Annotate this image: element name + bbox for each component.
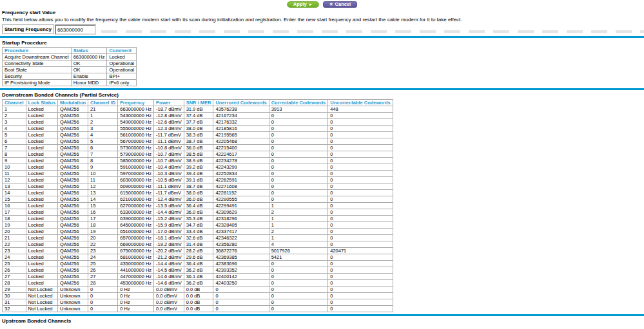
cell: 441000000 Hz <box>118 267 154 274</box>
table-row: 21LockedQAM25620657000000 Hz-18.1 dBmV32… <box>3 235 393 241</box>
cell: 32.6 dB <box>184 235 213 241</box>
cell: 38.9 dB <box>184 158 213 164</box>
cell: -14.5 dBmV <box>154 267 184 274</box>
cell: 42337417 <box>213 229 269 235</box>
column-header: Uncorrectable Codewords <box>328 100 393 106</box>
cell: 20 <box>88 235 118 241</box>
table-row: 26LockedQAM25626441000000 Hz-14.5 dBmV36… <box>3 267 393 274</box>
cell: QAM256 <box>58 196 88 203</box>
cell: 36.4 dB <box>184 261 213 267</box>
cell: 0 <box>269 293 328 299</box>
cell: 0 <box>328 254 393 261</box>
table-row: 17LockedQAM25616633000000 Hz-14.4 dBmV36… <box>3 209 393 216</box>
table-row: 5LockedQAM2564561000000 Hz-11.7 dBmV38.3… <box>3 132 393 138</box>
cell: 543000000 Hz <box>118 113 154 119</box>
table-row: 31Not LockedUnknown00 Hz0.0 dBmV0.0 dB00… <box>3 299 393 306</box>
cell: 29.6 dB <box>184 254 213 261</box>
cell: QAM256 <box>58 138 88 145</box>
cell: -20.2 dBmV <box>154 248 184 254</box>
column-header: Status <box>71 48 107 54</box>
section-divider <box>0 36 644 38</box>
cell: 0.0 dBmV <box>154 306 184 312</box>
cell: 42243299 <box>213 164 269 171</box>
cell: 38.0 dB <box>184 126 213 132</box>
cell: 420471 <box>328 248 393 254</box>
column-header: Correctable Codewords <box>269 100 328 106</box>
cell: 6 <box>3 138 26 145</box>
column-header: Procedure <box>3 48 72 54</box>
cell: 24 <box>3 254 26 261</box>
cell: QAM256 <box>58 106 88 113</box>
cell: 13 <box>3 183 26 190</box>
cell: 42290555 <box>213 196 269 203</box>
cell: 2 <box>88 119 118 126</box>
cell: 18 <box>88 222 118 229</box>
cell: Unknown <box>58 299 88 306</box>
cell: 5017926 <box>269 248 328 254</box>
cell: Locked <box>26 235 58 241</box>
cell: QAM256 <box>58 280 88 287</box>
table-row: 27LockedQAM25627447000000 Hz-14.6 dBmV36… <box>3 274 393 280</box>
cell: Locked <box>26 280 58 287</box>
cell: 28 <box>88 280 118 287</box>
cell: 42393352 <box>213 267 269 274</box>
action-toolbar: Apply ► ✕ Cancel <box>0 0 644 8</box>
cell: 24 <box>88 254 118 261</box>
cell: QAM256 <box>58 177 88 183</box>
cell: 0 <box>269 138 328 145</box>
cell: QAM256 <box>58 145 88 151</box>
cell: 0 Hz <box>118 306 154 312</box>
cell: 0 <box>269 126 328 132</box>
cell: 0.0 dB <box>184 299 213 306</box>
cell: 42252834 <box>213 171 269 177</box>
cell: 2 <box>3 113 26 119</box>
cell: 0 <box>269 177 328 183</box>
cell: 34.7 dB <box>184 222 213 229</box>
cell: -14.4 dBmV <box>154 209 184 216</box>
apply-button[interactable]: Apply ► <box>287 1 319 8</box>
cell: 42328405 <box>213 222 269 229</box>
cell: 0.0 dBmV <box>154 287 184 293</box>
cell: 448 <box>328 106 393 113</box>
table-row: 25LockedQAM25625435000000 Hz-14.4 dBmV36… <box>3 261 393 267</box>
cell: QAM256 <box>58 171 88 177</box>
cell: Locked <box>26 171 58 177</box>
table-row: 1LockedQAM25621663000000 Hz-18.7 dBmV31.… <box>3 106 393 113</box>
cell: 19 <box>3 222 26 229</box>
cell: 12 <box>88 183 118 190</box>
cell: 0 <box>328 113 393 119</box>
starting-frequency-row: Starting Frequency <box>2 24 644 33</box>
cell: 0 <box>328 132 393 138</box>
cell: 1 <box>269 235 328 241</box>
cell: 633000000 Hz <box>118 209 154 216</box>
cell: 7 <box>3 145 26 151</box>
section-divider <box>0 314 644 316</box>
cell: 0 <box>328 158 393 164</box>
cell: 0 <box>328 145 393 151</box>
cancel-button-label: Cancel <box>335 1 351 8</box>
cell: -10.7 dBmV <box>154 151 184 158</box>
cell: 36.0 dB <box>184 209 213 216</box>
startup-procedure-title: Startup Procedure <box>2 40 644 46</box>
cell: 597000000 Hz <box>118 171 154 177</box>
cell: IP Provisioning Mode <box>3 80 72 86</box>
cell: -19.2 dBmV <box>154 241 184 248</box>
cell: 7 <box>88 151 118 158</box>
cancel-button[interactable]: ✕ Cancel <box>323 1 357 8</box>
cell: 2 <box>269 209 328 216</box>
cell: 0 <box>328 171 393 177</box>
cell: Not Locked <box>26 306 58 312</box>
cell: 0 <box>328 119 393 126</box>
cell: 33.4 dB <box>184 229 213 235</box>
cell: 42262591 <box>213 177 269 183</box>
cell: QAM256 <box>58 267 88 274</box>
table-row: 7LockedQAM2566573000000 Hz-10.8 dBmV36.0… <box>3 145 393 151</box>
table-row: SecurityEnableBPI+ <box>3 73 137 80</box>
starting-frequency-input[interactable] <box>55 24 96 35</box>
cell: 42205468 <box>213 138 269 145</box>
cell: 43576238 <box>213 106 269 113</box>
cell: 15 <box>88 203 118 209</box>
cell: 0.0 dBmV <box>154 293 184 299</box>
cell: 37.4 dB <box>184 113 213 119</box>
cell: 0 <box>328 138 393 145</box>
